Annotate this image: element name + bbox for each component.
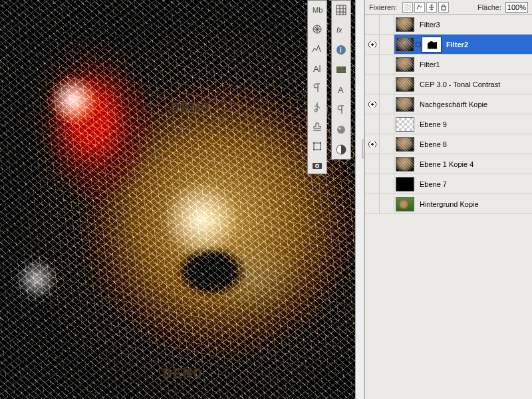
fx-icon[interactable]: fx: [333, 22, 349, 38]
layer-link-cell[interactable]: [380, 194, 394, 213]
layer-visibility-toggle[interactable]: [365, 55, 380, 74]
layer-visibility-toggle[interactable]: [365, 154, 380, 174]
panel-divider[interactable]: [355, 0, 364, 399]
layer-link-cell[interactable]: [380, 74, 394, 94]
layer-visibility-toggle[interactable]: [365, 94, 380, 114]
layer-thumbnail[interactable]: [396, 77, 414, 92]
layer-thumbnail[interactable]: [396, 197, 414, 211]
mask-link-icon[interactable]: [416, 42, 421, 47]
layer-thumbnail[interactable]: [396, 177, 414, 192]
layer-row[interactable]: Ebene 9: [365, 114, 532, 134]
layer-link-cell[interactable]: [380, 15, 394, 34]
svg-rect-5: [320, 142, 321, 144]
layer-row[interactable]: Hintergrund Kopie: [365, 194, 532, 214]
layer-link-cell[interactable]: [380, 154, 394, 174]
layer-mask-thumbnail[interactable]: [422, 37, 441, 52]
character-icon[interactable]: Mb: [309, 2, 325, 17]
type-icon[interactable]: A: [309, 61, 325, 76]
demo-watermark: DEMO: [170, 100, 211, 116]
layer-link-cell[interactable]: [380, 174, 394, 194]
svg-text:A: A: [313, 64, 319, 74]
layer-name-label[interactable]: Ebene 9: [414, 120, 447, 128]
layer-name-label[interactable]: Ebene 8: [414, 140, 447, 148]
bw-icon[interactable]: [333, 142, 349, 158]
layer-name-label[interactable]: CEP 3.0 - Tonal Contrast: [414, 80, 500, 88]
layer-name-label[interactable]: Ebene 7: [414, 180, 447, 188]
tool-palette-1: Mb A: [307, 0, 327, 174]
layer-visibility-toggle[interactable]: [365, 74, 380, 94]
layer-row[interactable]: Ebene 1 Kopie 4: [365, 154, 532, 174]
eye-icon: [368, 81, 377, 88]
eye-icon: [368, 41, 377, 48]
layer-visibility-toggle[interactable]: [365, 114, 380, 134]
layer-name-label[interactable]: Ebene 1 Kopie 4: [414, 160, 473, 168]
layer-name-label[interactable]: Nachgeschärft Kopie: [414, 100, 487, 108]
tool-palette-2: fx i A: [331, 0, 351, 160]
lock-pixels-icon[interactable]: [414, 2, 425, 13]
lock-transparency-icon[interactable]: [402, 2, 413, 13]
layer-link-cell[interactable]: [380, 35, 394, 54]
layer-visibility-toggle[interactable]: [365, 35, 380, 54]
paragraph-icon[interactable]: [309, 80, 325, 95]
layer-link-cell[interactable]: [380, 55, 394, 74]
eye-icon: [368, 61, 377, 68]
histogram-icon[interactable]: [309, 41, 325, 57]
wheel-icon[interactable]: [309, 21, 325, 37]
layer-name-label[interactable]: Filter1: [414, 61, 440, 68]
layer-row[interactable]: Ebene 7: [365, 174, 532, 194]
sphere-icon[interactable]: [333, 122, 349, 138]
layer-row[interactable]: CEP 3.0 - Tonal Contrast: [365, 74, 532, 94]
svg-rect-6: [313, 149, 315, 150]
layer-visibility-toggle[interactable]: [365, 134, 380, 154]
nav-icon[interactable]: [333, 62, 349, 78]
layer-visibility-toggle[interactable]: [365, 174, 380, 194]
demo-watermark: DEMO: [162, 366, 203, 382]
layer-thumbnail[interactable]: [396, 97, 414, 112]
layer-thumbnail[interactable]: [396, 137, 414, 152]
paragraph-panel-icon[interactable]: [333, 102, 349, 118]
layer-thumbnail[interactable]: [396, 117, 414, 132]
eye-icon: [368, 21, 377, 28]
layer-thumbnail[interactable]: [396, 37, 414, 52]
eye-icon: [368, 101, 377, 108]
svg-text:i: i: [340, 47, 342, 54]
svg-text:fx: fx: [336, 26, 342, 34]
camera-icon[interactable]: [309, 158, 325, 174]
svg-rect-3: [314, 143, 321, 150]
layer-visibility-toggle[interactable]: [365, 15, 380, 34]
layer-link-cell[interactable]: [380, 94, 394, 114]
layer-row[interactable]: Filter1: [365, 55, 532, 74]
usb-icon[interactable]: [309, 100, 325, 115]
layer-name-label[interactable]: Filter2: [441, 41, 468, 49]
svg-rect-4: [313, 142, 315, 144]
layer-thumbnail[interactable]: [396, 17, 414, 32]
fill-opacity-input[interactable]: [505, 2, 528, 13]
info-icon[interactable]: i: [333, 42, 349, 58]
layer-row[interactable]: Nachgeschärft Kopie: [365, 94, 532, 114]
layer-visibility-toggle[interactable]: [365, 194, 380, 213]
layer-row[interactable]: Filter3: [365, 15, 532, 35]
grid-icon[interactable]: [333, 2, 349, 18]
layer-name-label[interactable]: Hintergrund Kopie: [414, 200, 479, 208]
svg-rect-11: [336, 5, 346, 15]
stamp-icon[interactable]: [309, 119, 325, 134]
lock-position-icon[interactable]: [426, 2, 437, 13]
eye-icon: [368, 181, 377, 188]
eye-icon: [368, 201, 377, 207]
layer-name-label[interactable]: Filter3: [414, 21, 440, 29]
svg-point-18: [337, 126, 345, 134]
svg-rect-7: [320, 149, 321, 150]
layer-row[interactable]: Filter2: [365, 35, 532, 55]
layer-link-cell[interactable]: [380, 114, 394, 134]
transform-icon[interactable]: [309, 138, 325, 154]
layer-thumbnail[interactable]: [396, 157, 414, 172]
lock-label: Fixieren:: [369, 3, 397, 11]
layer-list[interactable]: Filter3Filter2Filter1CEP 3.0 - Tonal Con…: [365, 15, 532, 399]
type-panel-icon[interactable]: A: [333, 82, 349, 98]
svg-point-19: [338, 128, 341, 130]
lock-all-icon[interactable]: [438, 2, 449, 13]
layer-thumbnail[interactable]: [396, 57, 414, 72]
layer-link-cell[interactable]: [380, 134, 394, 154]
layers-panel: Fixieren: Fläche: Filter3Filter2Filter1C…: [364, 0, 532, 399]
layer-row[interactable]: Ebene 8: [365, 134, 532, 154]
